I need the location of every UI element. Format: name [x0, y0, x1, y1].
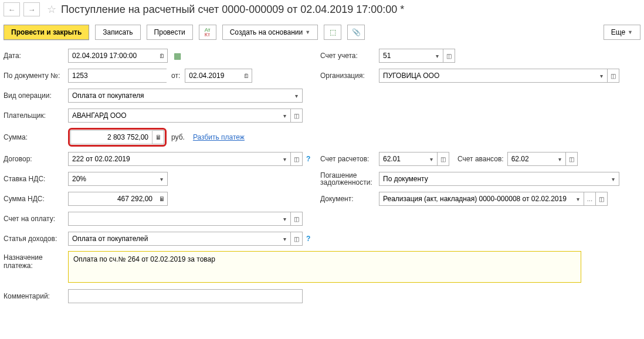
vat-amount-input[interactable] [68, 192, 156, 206]
nav-back-button[interactable]: ← [4, 2, 20, 16]
amount-input[interactable] [70, 130, 152, 144]
page-title: Поступление на расчетный счет 0000-00000… [61, 4, 404, 16]
income-item-input[interactable] [68, 232, 279, 246]
more-menu-button[interactable]: Еще▼ [604, 25, 640, 40]
label-settle-acc: Счет расчетов: [320, 155, 379, 163]
org-input[interactable] [379, 69, 596, 83]
label-op-type: Вид операции: [4, 91, 68, 100]
open-icon[interactable]: ◫ [438, 152, 449, 166]
dropdown-icon[interactable]: ▾ [279, 109, 291, 123]
open-icon[interactable]: ◫ [443, 49, 455, 63]
payer-input[interactable] [68, 109, 279, 123]
invoice-input[interactable] [68, 212, 279, 226]
label-account: Счет учета: [320, 52, 379, 60]
post-button[interactable]: Провести [147, 25, 193, 40]
document-ref-input[interactable] [379, 192, 572, 206]
label-date: Дата: [4, 52, 68, 60]
account-input[interactable] [379, 49, 432, 63]
label-from: от: [171, 72, 180, 80]
dropdown-icon[interactable]: ▾ [608, 172, 619, 186]
doc-date-input[interactable] [185, 69, 240, 83]
label-purpose: Назначение платежа: [4, 251, 68, 270]
ellipsis-icon[interactable]: … [584, 192, 596, 206]
label-income-item: Статья доходов: [4, 235, 68, 243]
settle-acc-input[interactable] [379, 152, 426, 166]
label-document: Документ: [320, 195, 379, 203]
dropdown-icon[interactable]: ▾ [156, 172, 168, 186]
dropdown-icon[interactable]: ▾ [279, 152, 291, 166]
label-invoice: Счет на оплату: [4, 215, 68, 223]
paperclip-icon: 📎 [352, 28, 361, 36]
dropdown-icon[interactable]: ▾ [596, 69, 608, 83]
post-and-close-button[interactable]: Провести и закрыть [4, 25, 89, 40]
calendar-icon[interactable]: 🗓 [156, 49, 168, 63]
dropdown-icon[interactable]: ▾ [279, 232, 291, 246]
label-org: Организация: [320, 72, 379, 80]
save-button[interactable]: Записать [95, 25, 140, 40]
advance-acc-input[interactable] [507, 152, 554, 166]
vat-rate-input[interactable] [68, 172, 156, 186]
label-amount: Сумма: [4, 133, 68, 141]
dropdown-icon[interactable]: ▾ [426, 152, 438, 166]
calculator-icon[interactable]: 🖩 [152, 130, 164, 144]
debt-repay-input[interactable] [379, 172, 608, 186]
label-advance-acc: Счет авансов: [457, 155, 504, 163]
dtkt-icon: АтКт [205, 28, 211, 37]
split-payment-link[interactable]: Разбить платеж [193, 133, 245, 141]
open-icon[interactable]: ◫ [291, 109, 303, 123]
open-icon[interactable]: ◫ [596, 192, 608, 206]
open-icon[interactable]: ◫ [566, 152, 578, 166]
structure-button[interactable]: ⬚ [324, 25, 341, 40]
help-icon[interactable]: ? [306, 155, 310, 163]
contract-input[interactable] [68, 152, 279, 166]
attach-button[interactable]: 📎 [347, 25, 365, 40]
label-vat-rate: Ставка НДС: [4, 175, 68, 183]
dropdown-icon[interactable]: ▾ [554, 152, 566, 166]
label-comment: Комментарий: [4, 292, 68, 300]
comment-input[interactable] [68, 289, 303, 303]
label-doc-no: По документу №: [4, 72, 68, 80]
dropdown-icon[interactable]: ▾ [432, 49, 443, 63]
create-based-on-button[interactable]: Создать на основании▼ [222, 25, 318, 40]
amount-highlight: 🖩 [68, 128, 167, 147]
favorite-star-icon[interactable]: ☆ [47, 3, 56, 16]
label-debt-repay: Погашение задолженности: [320, 172, 379, 186]
label-contract: Договор: [4, 155, 68, 163]
dropdown-icon[interactable]: ▾ [291, 89, 303, 103]
label-payer: Плательщик: [4, 111, 68, 120]
nav-forward-button[interactable]: → [23, 2, 40, 16]
open-icon[interactable]: ◫ [608, 69, 619, 83]
dtkt-button[interactable]: АтКт [199, 25, 216, 40]
calculator-icon[interactable]: 🖩 [156, 192, 168, 206]
purpose-textarea[interactable] [68, 251, 581, 283]
doc-no-input[interactable] [68, 69, 167, 83]
date-input[interactable] [68, 49, 156, 63]
open-icon[interactable]: ◫ [291, 212, 303, 226]
label-vat-amount: Сумма НДС: [4, 195, 68, 203]
help-icon[interactable]: ? [306, 235, 310, 243]
open-icon[interactable]: ◫ [291, 152, 303, 166]
calendar-icon[interactable]: 🗓 [240, 69, 252, 83]
dropdown-icon[interactable]: ▾ [279, 212, 291, 226]
date-ok-icon[interactable]: ▦ [174, 51, 181, 60]
tree-icon: ⬚ [330, 28, 336, 36]
dropdown-icon[interactable]: ▾ [572, 192, 584, 206]
currency-label: руб. [171, 133, 185, 141]
op-type-input[interactable] [68, 89, 291, 103]
open-icon[interactable]: ◫ [291, 232, 303, 246]
